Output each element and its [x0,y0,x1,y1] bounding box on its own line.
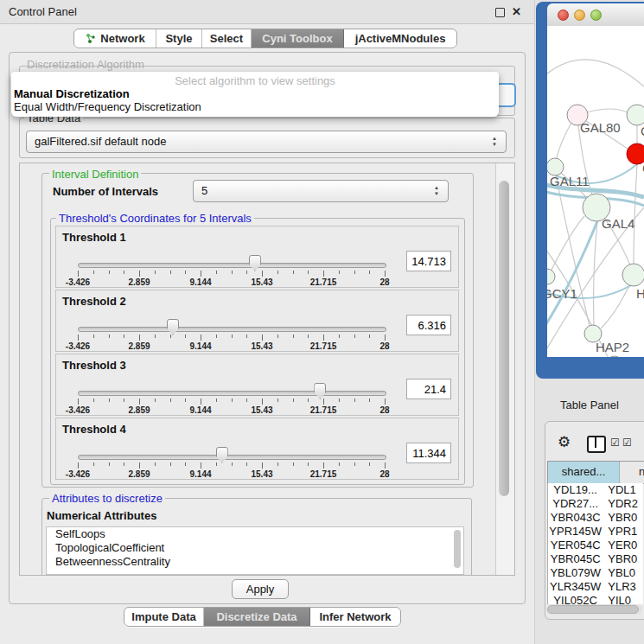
threshold-slider-thumb[interactable] [249,255,261,271]
slider-tick [185,335,186,338]
threshold-slider-thumb[interactable] [314,383,326,399]
slider-tick [369,271,370,274]
slider-tick [124,462,124,466]
list-scrollbar-thumb[interactable] [454,530,461,568]
network-node[interactable] [622,264,644,286]
network-node[interactable] [547,269,555,284]
table-row[interactable]: YBR045CYBR0 [548,552,643,566]
slider-tick [216,399,217,402]
threshold-label: Threshold 3 [62,359,126,372]
table-cell[interactable]: YER054C [548,539,603,552]
threshold-slider-track[interactable] [78,263,386,268]
threshold-slider-thumb[interactable] [167,319,179,335]
attribute-item[interactable]: TopologicalCoefficient [47,541,463,555]
slider-tick [323,271,324,277]
horizontal-scrollbar-thumb[interactable] [547,605,639,614]
network-node[interactable] [547,158,564,175]
float-window-icon[interactable] [495,8,505,17]
table-row[interactable]: YBR043CYBR0 [548,511,643,525]
threshold-value-field[interactable]: 14.713 [406,251,451,271]
checkbox-icon[interactable]: ☑ [622,437,632,449]
network-node-label: GAL80 [580,120,621,135]
slider-tick [185,399,186,402]
close-traffic-light[interactable] [558,10,569,21]
table-cell[interactable]: YPR145W [548,525,603,539]
threshold-value-field[interactable]: 21.4 [406,379,451,399]
table-cell[interactable]: YDL1 [603,483,643,497]
close-icon[interactable]: ✕ [512,4,521,19]
checkbox-icon[interactable]: ☑ [610,437,620,449]
interval-definition-label: Interval Definition [49,168,141,181]
table-cell[interactable]: YIL0 [603,594,643,604]
dropdown-option-manual[interactable]: Manual Discretization [14,87,130,100]
threshold-slider-track[interactable] [78,455,386,460]
tab-jactivemnodules[interactable]: jActiveMNodules [344,29,456,48]
network-icon [85,33,96,44]
network-node[interactable] [607,356,622,357]
table-row[interactable]: YDR27...YDR2 [548,497,643,511]
network-node-label: GAL4 [602,216,634,231]
table-cell[interactable]: YBR0 [603,552,643,566]
dropdown-option-equal-width[interactable]: Equal Width/Frequency Discretization [14,100,201,113]
table-row[interactable]: YDL19...YDL1 [548,483,643,497]
threshold-slider-thumb[interactable] [216,447,228,463]
slider-scale-label: 2.859 [122,405,156,415]
network-node[interactable] [627,105,644,125]
attribute-item[interactable]: BetweennessCentrality [47,555,463,569]
slider-tick [308,462,309,466]
network-node[interactable] [627,143,644,164]
slider-scale-label: -3.426 [61,277,95,287]
tab-style[interactable]: Style [156,29,202,48]
table-row[interactable]: YBL079WYBL0 [548,566,643,580]
threshold-value-field[interactable]: 11.344 [406,443,451,463]
tab-select[interactable]: Select [202,29,252,48]
gear-icon[interactable]: ⚙ [558,433,571,451]
table-cell[interactable]: YBR045C [548,552,603,566]
minimize-traffic-light[interactable] [574,10,585,21]
table-cell[interactable]: YBR043C [548,511,603,525]
table-cell[interactable]: YBR0 [603,511,643,525]
tab-discretize-data[interactable]: Discretize Data [204,608,310,626]
slider-tick [339,399,340,402]
table-cell[interactable]: YER0 [603,539,643,552]
table-cell[interactable]: YLR345W [548,580,603,594]
horizontal-scrollbar[interactable] [546,604,642,615]
tab-impute-data[interactable]: Impute Data [124,608,204,626]
table-row[interactable]: YPR145WYPR1 [548,525,643,539]
table-cell[interactable]: YDR27... [548,497,603,511]
slider-tick [293,462,294,466]
tab-infer-network[interactable]: Infer Network [310,608,400,626]
column-header-shared-name[interactable]: shared... [547,462,620,483]
network-view-window: GAL80GCGAL11GAL4GCY1HHAP2 [536,2,644,379]
table-row[interactable]: YLR345WYLR3 [548,580,643,594]
number-of-intervals-spinner[interactable]: 5 ▲▼ [193,180,449,202]
zoom-traffic-light[interactable] [590,10,602,21]
table-cell[interactable]: YDL19... [548,483,603,497]
network-window-titlebar[interactable] [547,3,644,27]
tab-cyni-toolbox[interactable]: Cyni Toolbox [252,29,344,48]
table-cell[interactable]: YLR3 [603,580,643,594]
slider-tick [170,399,171,402]
table-data-combobox[interactable]: galFiltered.sif default node ▲▼ [26,131,507,153]
number-of-intervals-value: 5 [201,181,448,201]
threshold-value-field[interactable]: 6.316 [406,315,451,335]
scrollbar-thumb[interactable] [499,181,509,496]
window-title: Control Panel [9,0,77,23]
threshold-slider-track[interactable] [78,327,386,332]
slider-tick [262,399,263,405]
slider-tick [78,399,79,405]
split-columns-icon[interactable] [587,436,606,453]
table-row[interactable]: YIL052CYIL0 [548,594,643,604]
table-row[interactable]: YER054CYER0 [548,539,643,552]
table-cell[interactable]: YBL079W [548,566,603,580]
tab-network[interactable]: Network [74,29,156,48]
column-header-name[interactable]: na [620,462,644,483]
table-cell[interactable]: YIL052C [548,594,603,604]
table-cell[interactable]: YDR2 [603,497,643,511]
threshold-slider-track[interactable] [78,391,386,396]
attribute-item[interactable]: SelfLoops [47,527,463,541]
table-cell[interactable]: YBL0 [603,566,643,580]
apply-button[interactable]: Apply [232,579,289,599]
network-canvas[interactable]: GAL80GCGAL11GAL4GCY1HHAP2 [547,26,644,357]
table-cell[interactable]: YPR1 [603,525,643,539]
